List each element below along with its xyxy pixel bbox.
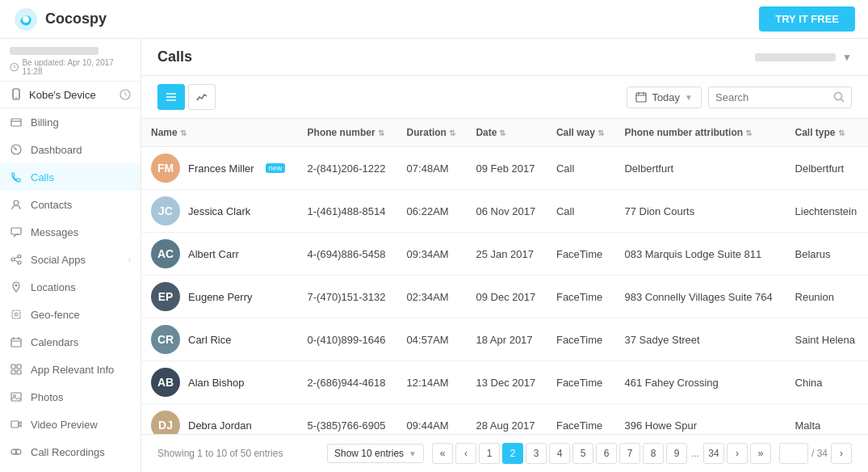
cell-callway: FaceTime [547, 233, 615, 276]
chart-view-button[interactable] [188, 84, 216, 110]
sidebar-item-video-preview[interactable]: Video Preview [0, 411, 140, 438]
cell-date: 25 Jan 2017 [466, 233, 546, 276]
table-footer: Showing 1 to 10 of 50 entries Show 10 en… [141, 434, 868, 472]
device-name: Kobe's Device [29, 89, 96, 101]
cell-phone: 1-(461)488-8514 [298, 190, 397, 233]
billing-icon [10, 116, 23, 129]
date-picker[interactable]: Today ▼ [627, 86, 702, 108]
svg-rect-25 [17, 365, 21, 369]
contact-name: Carl Rice [188, 334, 231, 346]
cell-callway: FaceTime [547, 276, 615, 318]
sidebar-item-calls[interactable]: Calls [0, 163, 140, 191]
cell-calltype: Liechtenstein [786, 190, 868, 233]
page-9-button[interactable]: 9 [666, 443, 687, 464]
svg-rect-18 [12, 310, 20, 318]
svg-line-15 [15, 257, 18, 259]
logo-icon [13, 6, 39, 32]
svg-point-13 [18, 255, 21, 258]
table-row: JC Jessica Clark 1-(461)488-851406:22AM0… [141, 190, 868, 233]
table-row: AC Albert Carr 4-(694)886-545809:34AM25 … [141, 233, 868, 276]
address-blurred [755, 53, 836, 61]
next-last-button[interactable]: » [750, 443, 771, 464]
search-box [708, 86, 852, 108]
page-6-button[interactable]: 6 [596, 443, 617, 464]
page-1-button[interactable]: 1 [479, 443, 500, 464]
sidebar-item-dashboard[interactable]: Dashboard [0, 136, 140, 163]
contact-name: Alan Bishop [188, 377, 244, 389]
cell-phone: 7-(470)151-3132 [298, 276, 397, 318]
page-4-button[interactable]: 4 [549, 443, 570, 464]
try-it-button[interactable]: TRY IT FREE [759, 6, 855, 32]
cell-phone: 2-(686)944-4618 [298, 361, 397, 404]
app-name: Cocospy [45, 11, 107, 27]
svg-point-32 [16, 449, 21, 454]
list-view-button[interactable] [157, 84, 185, 110]
per-page-select[interactable]: Show 10 entries ▼ [327, 444, 424, 463]
table-row: CR Carl Rice 0-(410)899-164604:57AM18 Ap… [141, 318, 868, 361]
sidebar-item-app-relevant[interactable]: App Relevant Info [0, 356, 140, 383]
sidebar-nav: Billing Dashboard Calls Contacts Message… [0, 108, 140, 472]
sidebar-item-photos[interactable]: Photos [0, 383, 140, 411]
chevron-down-icon: ▼ [842, 52, 852, 63]
cell-phone: 0-(410)899-1646 [298, 318, 397, 361]
cell-attribution: 396 Howe Spur [614, 404, 785, 435]
cell-duration: 12:14AM [397, 361, 467, 404]
sidebar-item-messages[interactable]: Messages [0, 218, 140, 246]
prev-first-button[interactable]: « [432, 443, 453, 464]
next-button[interactable]: › [727, 443, 748, 464]
page-7-button[interactable]: 7 [619, 443, 640, 464]
avatar: DJ [151, 411, 180, 434]
avatar: FM [151, 154, 180, 183]
page-34-button[interactable]: 34 [703, 443, 724, 464]
table-row: AB Alan Bishop 2-(686)944-461812:14AM13 … [141, 361, 868, 404]
cell-callway: FaceTime [547, 361, 615, 404]
cell-name: CR Carl Rice [141, 318, 298, 361]
svg-rect-28 [11, 393, 21, 401]
svg-point-31 [11, 449, 16, 454]
search-input[interactable] [715, 91, 828, 103]
page-input-group: / 34 › [779, 443, 852, 464]
messages-icon [10, 225, 23, 238]
date-dropdown-icon: ▼ [685, 93, 693, 102]
cell-attribution: 983 Connelly Villages Suite 764 [614, 276, 785, 318]
page-jump-go-button[interactable]: › [831, 443, 852, 464]
sidebar-item-record-surround[interactable]: Record Surround [0, 466, 140, 472]
page-5-button[interactable]: 5 [572, 443, 593, 464]
new-badge: new [266, 163, 286, 173]
page-navigation: « ‹ 1 2 3 4 5 6 7 8 9 ... 34 › » [432, 443, 771, 464]
cell-date: 28 Aug 2017 [466, 404, 546, 435]
svg-line-16 [15, 260, 18, 262]
cell-name: JC Jessica Clark [141, 190, 298, 233]
logo: Cocospy [13, 6, 107, 32]
sort-callway-icon: ⇅ [598, 129, 604, 137]
svg-point-1 [23, 16, 29, 23]
svg-point-4 [15, 97, 17, 99]
col-name: Name⇅ [141, 119, 298, 147]
sidebar-item-locations[interactable]: Locations [0, 273, 140, 301]
col-phone: Phone number⇅ [298, 119, 397, 147]
contact-name: Eugene Perry [188, 291, 253, 303]
cell-date: 09 Dec 2017 [466, 276, 546, 318]
sidebar-item-contacts[interactable]: Contacts [0, 191, 140, 218]
page-jump-input[interactable] [779, 443, 808, 464]
sidebar-item-calendars[interactable]: Calendars [0, 328, 140, 356]
cell-name: AC Albert Carr [141, 233, 298, 276]
cell-attribution: Delbertfurt [614, 147, 785, 190]
page-8-button[interactable]: 8 [643, 443, 664, 464]
sidebar-item-geo-fence[interactable]: Geo-fence [0, 301, 140, 328]
content-header: Calls ▼ [141, 39, 868, 76]
page-3-button[interactable]: 3 [526, 443, 547, 464]
col-date: Date⇅ [466, 119, 546, 147]
cell-phone: 2-(841)206-1222 [298, 147, 397, 190]
sidebar-item-billing[interactable]: Billing [0, 108, 140, 136]
cell-phone: 5-(385)766-6905 [298, 404, 397, 435]
page-2-button[interactable]: 2 [502, 443, 523, 464]
svg-point-50 [835, 93, 842, 100]
prev-button[interactable]: ‹ [455, 443, 476, 464]
avatar: CR [151, 325, 180, 354]
cell-callway: Call [547, 147, 615, 190]
sidebar-item-call-recordings[interactable]: Call Recordings [0, 438, 140, 466]
cell-attribution: 083 Marquis Lodge Suite 811 [614, 233, 785, 276]
clock-icon [120, 89, 131, 100]
sidebar-item-social-apps[interactable]: Social Apps › [0, 246, 140, 273]
